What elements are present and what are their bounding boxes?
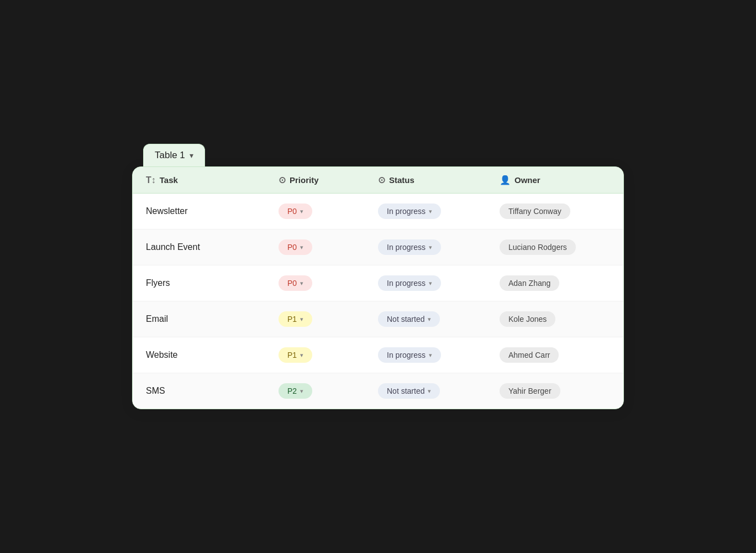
status-badge[interactable]: Not started ▾ xyxy=(378,311,440,327)
priority-badge[interactable]: P2 ▾ xyxy=(279,383,312,399)
priority-cell[interactable]: P1 ▾ xyxy=(279,311,378,327)
table-row: Website P1 ▾ In progress ▾ Ahmed Carr xyxy=(133,337,623,373)
status-filter-icon: ⊙ xyxy=(378,175,385,185)
owner-cell: Adan Zhang xyxy=(500,275,610,291)
status-dropdown-icon: ▾ xyxy=(429,280,432,287)
status-cell[interactable]: Not started ▾ xyxy=(378,383,500,399)
col-status-label: Status xyxy=(389,175,414,185)
owner-cell: Yahir Berger xyxy=(500,383,610,399)
col-header-owner: 👤 Owner xyxy=(500,175,610,185)
priority-dropdown-icon: ▾ xyxy=(300,388,303,395)
task-cell: Email xyxy=(146,314,279,324)
priority-badge[interactable]: P1 ▾ xyxy=(279,347,312,363)
table-row: Newsletter P0 ▾ In progress ▾ Tiffany Co… xyxy=(133,194,623,229)
priority-badge[interactable]: P0 ▾ xyxy=(279,239,312,255)
priority-dropdown-icon: ▾ xyxy=(300,316,303,323)
priority-badge[interactable]: P0 ▾ xyxy=(279,275,312,291)
table-body: Newsletter P0 ▾ In progress ▾ Tiffany Co… xyxy=(133,194,623,409)
priority-cell[interactable]: P1 ▾ xyxy=(279,347,378,363)
owner-badge: Yahir Berger xyxy=(500,383,560,399)
table-card: T↕ Task ⊙ Priority ⊙ Status 👤 Owner News… xyxy=(132,166,624,409)
status-badge[interactable]: In progress ▾ xyxy=(378,204,441,219)
status-badge[interactable]: Not started ▾ xyxy=(378,383,440,399)
priority-dropdown-icon: ▾ xyxy=(300,208,303,215)
priority-cell[interactable]: P2 ▾ xyxy=(279,383,378,399)
status-cell[interactable]: In progress ▾ xyxy=(378,204,500,219)
table-row: Email P1 ▾ Not started ▾ Kole Jones xyxy=(133,301,623,337)
status-cell[interactable]: In progress ▾ xyxy=(378,347,500,363)
priority-cell[interactable]: P0 ▾ xyxy=(279,275,378,291)
status-dropdown-icon: ▾ xyxy=(429,244,432,251)
status-cell[interactable]: In progress ▾ xyxy=(378,239,500,255)
table-header: T↕ Task ⊙ Priority ⊙ Status 👤 Owner xyxy=(133,167,623,194)
owner-cell: Ahmed Carr xyxy=(500,347,610,363)
table-row: Launch Event P0 ▾ In progress ▾ Luciano … xyxy=(133,229,623,265)
col-owner-label: Owner xyxy=(514,175,540,185)
task-cell: Flyers xyxy=(146,278,279,288)
task-cell: Launch Event xyxy=(146,242,279,252)
col-header-task: T↕ Task xyxy=(146,175,279,185)
owner-cell: Kole Jones xyxy=(500,311,610,327)
table-row: Flyers P0 ▾ In progress ▾ Adan Zhang xyxy=(133,265,623,301)
status-cell[interactable]: In progress ▾ xyxy=(378,275,500,291)
task-cell: Website xyxy=(146,350,279,360)
table-widget: Table 1 ▾ T↕ Task ⊙ Priority ⊙ Status 👤 … xyxy=(132,144,624,409)
priority-badge[interactable]: P1 ▾ xyxy=(279,311,312,327)
status-dropdown-icon: ▾ xyxy=(429,208,432,215)
col-priority-label: Priority xyxy=(290,175,319,185)
tab-chevron-icon: ▾ xyxy=(190,151,193,160)
owner-icon: 👤 xyxy=(500,175,511,185)
owner-badge: Luciano Rodgers xyxy=(500,239,576,255)
col-header-priority: ⊙ Priority xyxy=(279,175,378,185)
status-badge[interactable]: In progress ▾ xyxy=(378,275,441,291)
priority-cell[interactable]: P0 ▾ xyxy=(279,204,378,219)
task-type-icon: T↕ xyxy=(146,175,156,185)
priority-badge[interactable]: P0 ▾ xyxy=(279,204,312,219)
priority-dropdown-icon: ▾ xyxy=(300,352,303,359)
table-row: SMS P2 ▾ Not started ▾ Yahir Berger xyxy=(133,373,623,409)
status-dropdown-icon: ▾ xyxy=(428,316,431,323)
owner-cell: Tiffany Conway xyxy=(500,204,610,219)
col-task-label: Task xyxy=(160,175,178,185)
status-dropdown-icon: ▾ xyxy=(428,388,431,395)
priority-dropdown-icon: ▾ xyxy=(300,244,303,251)
owner-badge: Tiffany Conway xyxy=(500,204,570,219)
table-tab[interactable]: Table 1 ▾ xyxy=(143,144,205,166)
status-cell[interactable]: Not started ▾ xyxy=(378,311,500,327)
priority-filter-icon: ⊙ xyxy=(279,175,286,185)
status-badge[interactable]: In progress ▾ xyxy=(378,239,441,255)
priority-cell[interactable]: P0 ▾ xyxy=(279,239,378,255)
task-cell: SMS xyxy=(146,386,279,396)
owner-badge: Kole Jones xyxy=(500,311,555,327)
task-cell: Newsletter xyxy=(146,206,279,216)
status-badge[interactable]: In progress ▾ xyxy=(378,347,441,363)
owner-badge: Adan Zhang xyxy=(500,275,559,291)
owner-badge: Ahmed Carr xyxy=(500,347,559,363)
col-header-status: ⊙ Status xyxy=(378,175,500,185)
status-dropdown-icon: ▾ xyxy=(429,352,432,359)
priority-dropdown-icon: ▾ xyxy=(300,280,303,287)
tab-label: Table 1 xyxy=(155,150,185,161)
owner-cell: Luciano Rodgers xyxy=(500,239,610,255)
